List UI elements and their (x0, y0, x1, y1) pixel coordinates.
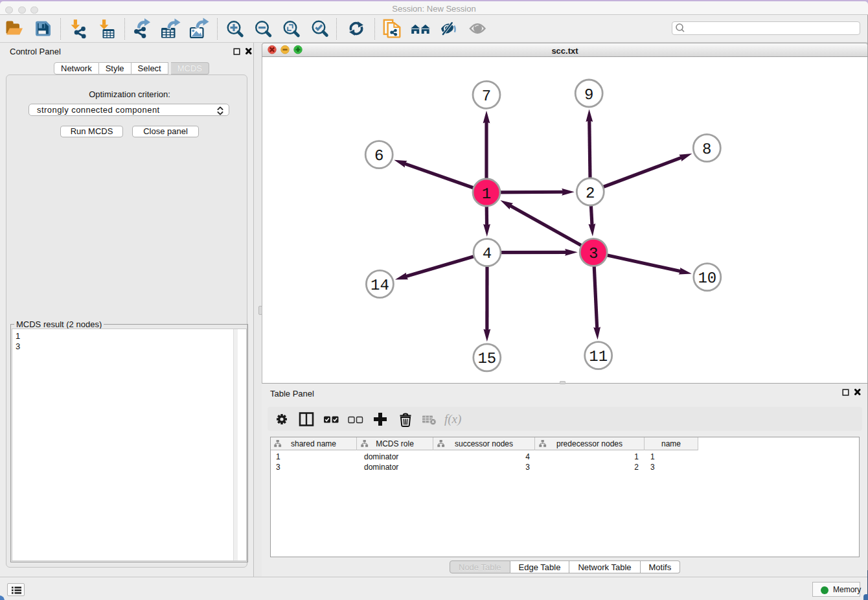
svg-text:2: 2 (586, 185, 595, 203)
svg-text:7: 7 (482, 88, 491, 106)
svg-text:11: 11 (589, 349, 608, 366)
svg-text:10: 10 (698, 270, 716, 288)
svg-text:4: 4 (483, 246, 492, 263)
svg-text:15: 15 (477, 351, 496, 368)
svg-text:8: 8 (702, 141, 711, 159)
svg-text:14: 14 (371, 277, 389, 295)
svg-text:9: 9 (584, 87, 593, 104)
svg-text:3: 3 (589, 246, 598, 263)
svg-text:f(x): f(x) (444, 412, 461, 426)
svg-text:6: 6 (374, 148, 383, 165)
svg-text:1: 1 (482, 186, 491, 203)
